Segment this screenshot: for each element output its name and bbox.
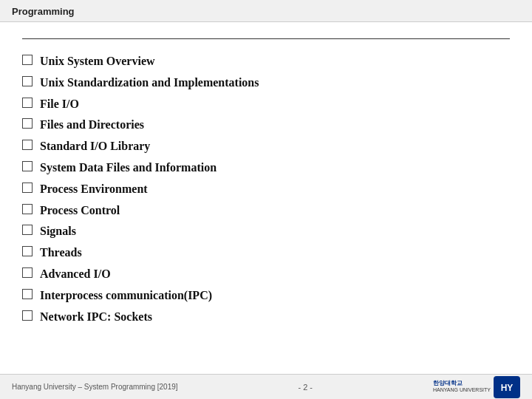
list-item: Files and Directories bbox=[22, 116, 510, 134]
checkbox-icon bbox=[22, 98, 33, 108]
svg-text:HY: HY bbox=[501, 383, 514, 393]
checkbox-icon bbox=[22, 289, 33, 299]
list-item: Standard I/O Library bbox=[22, 137, 510, 156]
header: Programming bbox=[0, 0, 532, 22]
checkbox-icon bbox=[22, 161, 33, 171]
item-label: Unix Standardization and Implementations bbox=[40, 74, 259, 92]
item-label: Process Control bbox=[40, 202, 120, 220]
list-item: Network IPC: Sockets bbox=[22, 308, 510, 327]
list-item: Process Environment bbox=[22, 180, 510, 199]
item-label: System Data Files and Information bbox=[40, 159, 216, 177]
logo-korean-name: 한양대학교 bbox=[433, 381, 491, 387]
header-title: Programming bbox=[12, 6, 75, 17]
item-label: Files and Directories bbox=[40, 116, 144, 134]
item-label: Standard I/O Library bbox=[40, 137, 150, 156]
logo-english-name: HANYANG UNIVERSITY bbox=[433, 387, 491, 393]
checkbox-icon bbox=[22, 140, 33, 150]
list-item: Signals bbox=[22, 222, 510, 241]
item-label: File I/O bbox=[40, 95, 79, 114]
item-label: Interprocess communication(IPC) bbox=[40, 287, 212, 305]
list-item: Advanced I/O bbox=[22, 265, 510, 284]
list-item: Interprocess communication(IPC) bbox=[22, 287, 510, 305]
checkbox-icon bbox=[22, 183, 33, 193]
checkbox-icon bbox=[22, 246, 33, 256]
list-item: Process Control bbox=[22, 202, 510, 220]
list-item: Unix Standardization and Implementations bbox=[22, 74, 510, 92]
item-label: Advanced I/O bbox=[40, 265, 111, 284]
footer-left-text: Hanyang University – System Programming … bbox=[12, 383, 178, 391]
topic-list: Unix System OverviewUnix Standardization… bbox=[22, 52, 510, 329]
checkbox-icon bbox=[22, 76, 33, 86]
checkbox-icon bbox=[22, 118, 33, 129]
main-content: Unix System OverviewUnix Standardization… bbox=[0, 22, 532, 336]
item-label: Network IPC: Sockets bbox=[40, 308, 152, 327]
checkbox-icon bbox=[22, 225, 33, 235]
hy-logo-svg: HY bbox=[497, 378, 517, 396]
item-label: Process Environment bbox=[40, 180, 148, 199]
list-item: System Data Files and Information bbox=[22, 159, 510, 177]
logo-text: 한양대학교 HANYANG UNIVERSITY bbox=[433, 381, 491, 392]
checkbox-icon bbox=[22, 55, 33, 65]
slide: Programming Unix System OverviewUnix Sta… bbox=[0, 0, 532, 399]
list-item: File I/O bbox=[22, 95, 510, 114]
university-logo: 한양대학교 HANYANG UNIVERSITY HY bbox=[433, 376, 520, 398]
item-label: Threads bbox=[40, 244, 82, 262]
list-item: Threads bbox=[22, 244, 510, 262]
checkbox-icon bbox=[22, 267, 33, 278]
header-divider bbox=[22, 38, 510, 39]
footer-page-number: - 2 - bbox=[298, 383, 313, 392]
hy-logo: HY bbox=[494, 376, 520, 398]
item-label: Signals bbox=[40, 222, 76, 241]
checkbox-icon bbox=[22, 310, 33, 321]
list-item: Unix System Overview bbox=[22, 52, 510, 71]
footer: Hanyang University – System Programming … bbox=[0, 374, 532, 399]
item-label: Unix System Overview bbox=[40, 52, 155, 71]
checkbox-icon bbox=[22, 204, 33, 214]
